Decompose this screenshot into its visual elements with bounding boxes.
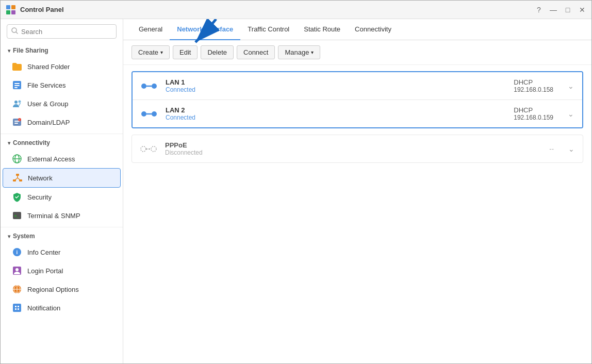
svg-point-44 — [141, 111, 146, 117]
svg-rect-20 — [16, 174, 19, 176]
svg-point-47 — [141, 146, 146, 152]
security-icon — [12, 192, 22, 202]
svg-rect-2 — [6, 10, 10, 14]
interface-list: LAN 1 Connected DHCP 192.168.0.158 ⌄ — [123, 65, 591, 363]
tab-static-route[interactable]: Static Route — [297, 19, 348, 40]
svg-point-11 — [19, 101, 21, 103]
lan2-connection-icon — [141, 109, 157, 119]
svg-point-48 — [151, 146, 156, 152]
sidebar-item-shared-folder[interactable]: Shared Folder — [1, 57, 123, 76]
edit-button[interactable]: Edit — [173, 45, 198, 59]
create-dropdown-arrow: ▾ — [160, 49, 163, 55]
folder-icon — [12, 61, 22, 72]
svg-point-45 — [152, 111, 157, 117]
manage-button[interactable]: Manage ▾ — [278, 45, 320, 59]
create-button[interactable]: Create ▾ — [131, 45, 170, 59]
sidebar-item-notification-label: Notification — [27, 304, 60, 312]
connected-interface-group: LAN 1 Connected DHCP 192.168.0.158 ⌄ — [131, 71, 583, 128]
main-layout: ▾ File Sharing Shared Folder — [1, 19, 591, 363]
section-connectivity[interactable]: ▾ Connectivity — [1, 136, 123, 150]
sidebar-item-external-access[interactable]: External Access — [1, 150, 123, 168]
search-input[interactable] — [21, 28, 112, 36]
titlebar: Control Panel ? — □ ✕ — [1, 1, 591, 19]
sidebar-item-login-portal[interactable]: Login Portal — [1, 261, 123, 280]
tab-connectivity[interactable]: Connectivity — [348, 19, 399, 40]
delete-button[interactable]: Delete — [201, 45, 234, 59]
sidebar-item-user-group-label: User & Group — [27, 100, 68, 108]
sidebar-item-domain-ldap[interactable]: ! Domain/LDAP — [1, 113, 123, 131]
chevron-down-icon-2: ▾ — [8, 140, 10, 146]
lan2-interface-item[interactable]: LAN 2 Connected DHCP 192.168.0.159 ⌄ — [133, 100, 582, 127]
svg-rect-14 — [14, 123, 18, 124]
lan2-ip: 192.168.0.159 — [514, 114, 553, 121]
sidebar-item-info-center[interactable]: i Info Center — [1, 243, 123, 261]
lan1-expand-icon[interactable]: ⌄ — [568, 82, 574, 90]
pppoe-status: Disconnected — [165, 149, 203, 156]
tab-network-interface[interactable]: Network Interface — [170, 19, 240, 40]
tabs-bar: General Network Interface Traffic Contro… — [123, 19, 591, 40]
pppoe-name: PPPoE — [165, 141, 203, 149]
tab-traffic-control[interactable]: Traffic Control — [240, 19, 297, 40]
sidebar-item-terminal-snmp[interactable]: >_ Terminal & SNMP — [1, 206, 123, 225]
connect-button[interactable]: Connect — [237, 45, 275, 59]
sidebar-item-network-label: Network — [28, 174, 53, 182]
svg-rect-38 — [15, 308, 17, 310]
svg-rect-7 — [14, 83, 20, 84]
file-services-icon — [12, 80, 22, 90]
sidebar-item-user-group[interactable]: User & Group — [1, 94, 123, 113]
section-connectivity-label: Connectivity — [13, 139, 50, 146]
sidebar-item-security[interactable]: Security — [1, 188, 123, 206]
search-box[interactable] — [7, 24, 117, 39]
pppoe-info: PPPoE Disconnected — [165, 141, 203, 156]
lan2-status: Connected — [166, 114, 195, 121]
help-button[interactable]: ? — [535, 6, 543, 14]
pppoe-expand-icon[interactable]: ⌄ — [568, 145, 574, 153]
svg-rect-36 — [15, 306, 17, 307]
sidebar-item-file-services-label: File Services — [27, 81, 65, 89]
lan2-info: LAN 2 Connected — [166, 106, 195, 121]
section-system-label: System — [13, 233, 35, 240]
svg-text:>_: >_ — [14, 214, 19, 218]
terminal-icon: >_ — [12, 210, 22, 221]
sidebar-item-login-portal-label: Login Portal — [27, 267, 63, 275]
sidebar-item-regional-options[interactable]: Regional Options — [1, 280, 123, 299]
pppoe-connection-icon — [140, 144, 157, 154]
window-title: Control Panel — [20, 6, 535, 13]
lan1-info: LAN 1 Connected — [166, 78, 195, 93]
sidebar-item-file-services[interactable]: File Services — [1, 76, 123, 94]
network-icon — [12, 173, 23, 183]
pppoe-network-info: -- — [549, 145, 554, 153]
user-group-icon — [12, 98, 22, 109]
svg-rect-35 — [13, 304, 21, 312]
tab-general[interactable]: General — [131, 19, 170, 40]
lan1-network-info: DHCP 192.168.0.158 — [514, 78, 553, 93]
sidebar-item-regional-options-label: Regional Options — [27, 286, 79, 293]
content-area: General Network Interface Traffic Contro… — [123, 19, 591, 363]
pppoe-protocol: -- — [549, 145, 554, 153]
login-portal-icon — [12, 266, 22, 276]
domain-icon: ! — [12, 117, 22, 127]
external-access-icon — [12, 154, 22, 164]
lan2-network-info: DHCP 192.168.0.159 — [514, 106, 553, 121]
sidebar-item-network[interactable]: Network — [3, 168, 121, 188]
regional-icon — [12, 284, 22, 294]
control-panel-window: Control Panel ? — □ ✕ ▾ — [0, 0, 592, 364]
maximize-button[interactable]: □ — [564, 6, 572, 14]
section-system[interactable]: ▾ System — [1, 229, 123, 243]
lan1-protocol: DHCP — [514, 78, 553, 86]
minimize-button[interactable]: — — [549, 6, 557, 14]
notification-icon — [12, 303, 22, 313]
lan1-interface-item[interactable]: LAN 1 Connected DHCP 192.168.0.158 ⌄ — [133, 72, 582, 100]
lan2-expand-icon[interactable]: ⌄ — [568, 110, 574, 118]
sidebar-item-shared-folder-label: Shared Folder — [27, 63, 70, 71]
sidebar-item-notification[interactable]: Notification — [1, 299, 123, 317]
toolbar: Create ▾ Edit Delete Connect Manage ▾ — [123, 40, 591, 65]
svg-rect-0 — [6, 5, 10, 9]
section-file-sharing[interactable]: ▾ File Sharing — [1, 44, 123, 57]
svg-rect-8 — [14, 85, 20, 86]
svg-line-5 — [16, 32, 18, 34]
sidebar-item-terminal-snmp-label: Terminal & SNMP — [27, 212, 80, 220]
close-button[interactable]: ✕ — [578, 6, 586, 14]
svg-point-10 — [14, 101, 18, 104]
pppoe-interface-item[interactable]: PPPoE Disconnected -- ⌄ — [131, 135, 583, 163]
